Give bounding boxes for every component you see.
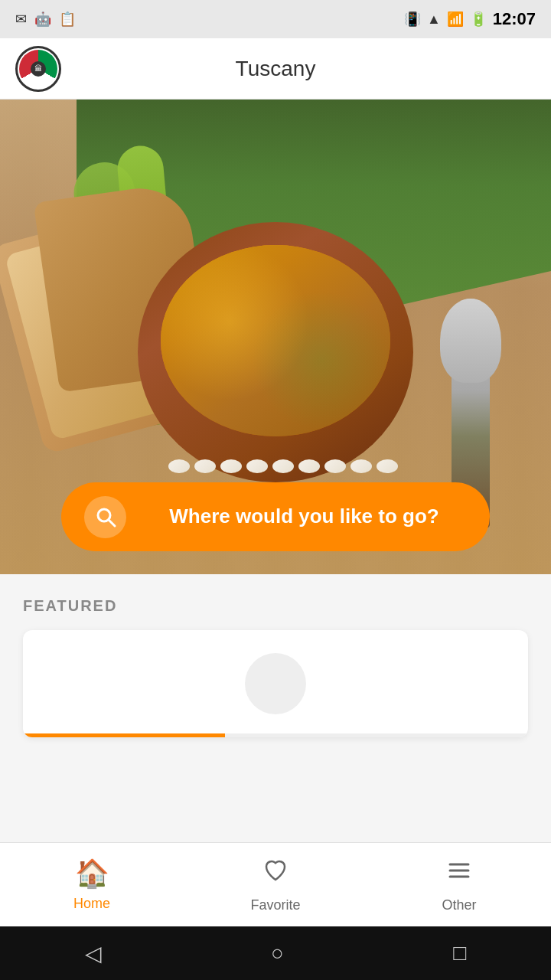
logo-center: 🏛 [31,61,46,77]
main-content: FEATURED [0,574,551,737]
bottom-navigation: 🏠 Home Favorite Other [0,842,551,926]
search-icon-container [84,496,126,538]
bean-8 [350,459,372,473]
status-bar: ✉ 🤖 📋 📳 ▲ 📶 🔋 12:07 [0,0,551,38]
nav-item-home[interactable]: 🏠 Home [0,858,184,912]
spoon-head [440,299,501,383]
card-loading-indicator [245,653,306,714]
hero-section: Where would you like to go? [0,100,551,574]
home-button[interactable]: ○ [271,941,284,965]
status-time: 12:07 [493,9,536,29]
mail-icon: ✉ [15,11,27,28]
system-nav: ◁ ○ □ [0,926,551,980]
bowl-outer [138,222,413,482]
battery-icon: 🔋 [470,11,487,28]
favorite-icon [262,857,289,891]
clipboard-icon: 📋 [59,11,76,28]
status-bar-right: 📳 ▲ 📶 🔋 12:07 [404,9,536,29]
progress-bar-container [23,733,528,737]
bean-7 [324,459,346,473]
other-icon [445,857,473,891]
nav-item-favorite[interactable]: Favorite [184,857,367,913]
search-placeholder: Where would you like to go? [142,504,467,530]
nav-item-other[interactable]: Other [367,857,551,913]
bean-6 [298,459,320,473]
bean-2 [194,459,216,473]
bean-3 [220,459,242,473]
home-icon: 🏠 [75,858,109,890]
page-title: Tuscany [236,57,316,81]
bean-1 [168,459,190,473]
featured-label: FEATURED [23,597,528,615]
bean-4 [246,459,268,473]
bowl-inner [161,245,390,436]
bowl-soup [161,245,390,436]
back-button[interactable]: ◁ [85,941,102,966]
wifi-icon: ▲ [427,11,441,28]
signal-icon: 📶 [447,11,464,28]
bean-5 [272,459,294,473]
home-label: Home [73,896,110,912]
vibrate-icon: 📳 [404,11,421,28]
status-bar-left: ✉ 🤖 📋 [15,11,76,28]
featured-card[interactable] [23,630,528,737]
app-bar: 🏛 Tuscany [0,38,551,100]
app-logo[interactable]: 🏛 [15,46,61,92]
search-icon [94,505,117,528]
android-icon: 🤖 [34,11,51,28]
favorite-label: Favorite [250,897,300,913]
svg-line-1 [109,520,115,526]
search-bar[interactable]: Where would you like to go? [61,482,490,551]
progress-bar-fill [23,733,225,737]
other-label: Other [442,897,476,913]
bean-9 [377,459,398,473]
logo-flag: 🏛 [19,50,57,88]
recent-button[interactable]: □ [453,941,466,965]
